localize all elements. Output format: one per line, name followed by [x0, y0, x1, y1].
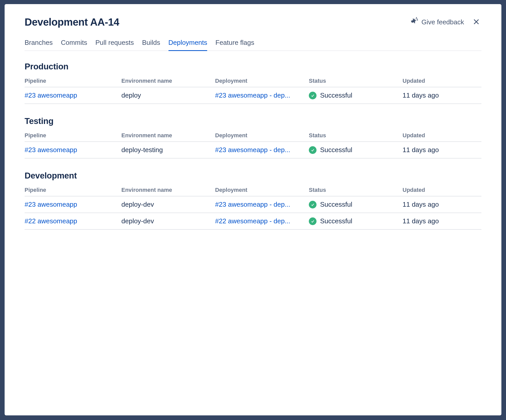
section-title: Testing [25, 116, 481, 126]
env-cell: deploy-dev [121, 217, 215, 225]
pipeline-link[interactable]: #22 awesomeapp [25, 217, 77, 225]
table-row: #23 awesomeapp deploy-testing #23 awesom… [25, 142, 481, 159]
success-check-icon [309, 217, 317, 225]
col-deploy: Deployment [215, 132, 309, 139]
table: Pipeline Environment name Deployment Sta… [25, 75, 481, 104]
tab-deployments[interactable]: Deployments [168, 39, 207, 51]
section-development: Development Pipeline Environment name De… [25, 171, 481, 230]
col-updated: Updated [403, 187, 481, 193]
updated-cell: 11 days ago [403, 146, 481, 154]
deployment-link[interactable]: #23 awesomeapp - dep... [215, 201, 302, 208]
table-header: Pipeline Environment name Deployment Sta… [25, 75, 481, 87]
modal-dialog: Development AA-14 Give feedback [5, 4, 501, 415]
table-row: #23 awesomeapp deploy-dev #23 awesomeapp… [25, 196, 481, 213]
deployment-link[interactable]: #23 awesomeapp - dep... [215, 146, 302, 154]
env-cell: deploy-dev [121, 201, 215, 208]
updated-cell: 11 days ago [403, 201, 481, 208]
close-button[interactable] [471, 17, 481, 27]
give-feedback-button[interactable]: Give feedback [410, 17, 464, 27]
col-deploy: Deployment [215, 187, 309, 193]
status-text: Successful [320, 201, 352, 208]
table: Pipeline Environment name Deployment Sta… [25, 130, 481, 159]
updated-cell: 11 days ago [403, 91, 481, 99]
table-row: #22 awesomeapp deploy-dev #22 awesomeapp… [25, 213, 481, 230]
table: Pipeline Environment name Deployment Sta… [25, 184, 481, 230]
updated-cell: 11 days ago [403, 217, 481, 225]
status-text: Successful [320, 217, 352, 225]
pipeline-link[interactable]: #23 awesomeapp [25, 201, 77, 208]
col-status: Status [309, 187, 403, 193]
section-title: Development [25, 171, 481, 181]
col-env: Environment name [121, 132, 215, 139]
tab-branches[interactable]: Branches [25, 39, 53, 51]
tabs-container: Branches Commits Pull requests Builds De… [25, 39, 481, 51]
success-check-icon [309, 92, 317, 99]
feedback-label: Give feedback [421, 18, 464, 26]
env-cell: deploy [121, 91, 215, 99]
col-updated: Updated [403, 132, 481, 139]
col-env: Environment name [121, 78, 215, 84]
pipeline-link[interactable]: #23 awesomeapp [25, 91, 77, 99]
tab-feature-flags[interactable]: Feature flags [215, 39, 254, 51]
section-testing: Testing Pipeline Environment name Deploy… [25, 116, 481, 159]
success-check-icon [309, 146, 317, 154]
col-updated: Updated [403, 78, 481, 84]
pipeline-link[interactable]: #23 awesomeapp [25, 146, 77, 154]
tab-pull-requests[interactable]: Pull requests [95, 39, 134, 51]
deployment-link[interactable]: #23 awesomeapp - dep... [215, 91, 302, 99]
section-production: Production Pipeline Environment name Dep… [25, 62, 481, 104]
table-header: Pipeline Environment name Deployment Sta… [25, 184, 481, 196]
megaphone-icon [410, 17, 418, 27]
col-status: Status [309, 78, 403, 84]
env-cell: deploy-testing [121, 146, 215, 154]
col-deploy: Deployment [215, 78, 309, 84]
success-check-icon [309, 201, 317, 208]
col-status: Status [309, 132, 403, 139]
tab-commits[interactable]: Commits [61, 39, 87, 51]
dialog-header: Development AA-14 Give feedback [25, 16, 481, 28]
page-title: Development AA-14 [25, 16, 119, 28]
header-actions: Give feedback [410, 17, 481, 27]
col-pipeline: Pipeline [25, 187, 121, 193]
modal-overlay: Development AA-14 Give feedback [0, 0, 506, 420]
col-pipeline: Pipeline [25, 78, 121, 84]
status-text: Successful [320, 146, 352, 154]
close-icon [472, 18, 480, 27]
deployment-link[interactable]: #22 awesomeapp - dep... [215, 217, 302, 225]
table-row: #23 awesomeapp deploy #23 awesomeapp - d… [25, 87, 481, 104]
col-pipeline: Pipeline [25, 132, 121, 139]
section-title: Production [25, 62, 481, 71]
col-env: Environment name [121, 187, 215, 193]
tab-builds[interactable]: Builds [142, 39, 160, 51]
table-header: Pipeline Environment name Deployment Sta… [25, 130, 481, 142]
status-text: Successful [320, 91, 352, 99]
